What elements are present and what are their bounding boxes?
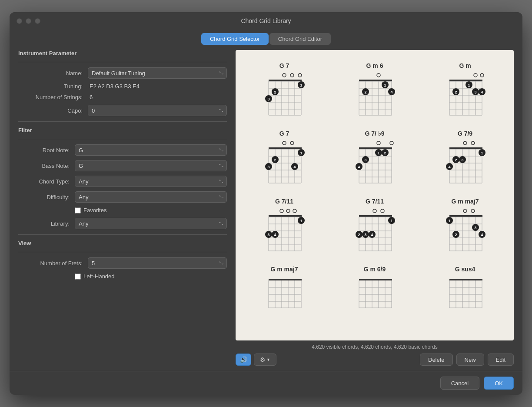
svg-rect-44 [449, 80, 482, 81]
svg-point-134 [280, 209, 283, 213]
tuning-value: E2 A2 D3 G3 B3 E4 [88, 83, 227, 90]
tuning-label: Tuning: [18, 83, 88, 90]
svg-text:2: 2 [455, 233, 457, 237]
svg-point-65 [283, 141, 286, 145]
svg-text:4: 4 [390, 90, 392, 94]
instrument-section-title: Instrument Parameter [18, 50, 227, 57]
root-note-select[interactable]: G [75, 144, 227, 156]
lefthanded-row: Left-Handed [75, 273, 227, 280]
play-button[interactable]: 🔊 [236, 354, 251, 366]
tab-chord-grid-selector[interactable]: Chord Grid Selector [201, 33, 269, 45]
delete-button[interactable]: Delete [420, 354, 453, 366]
chord-name: G 7/9 [458, 130, 472, 137]
svg-text:1: 1 [300, 151, 302, 155]
difficulty-select[interactable]: Any [75, 191, 227, 203]
chord-diagram-gm: 1 2 3 4 [441, 72, 489, 120]
capo-select-wrapper: 0 [88, 105, 227, 116]
left-panel: Instrument Parameter Name: Default Guita… [18, 50, 236, 371]
filter-section-title: Filter [18, 127, 227, 133]
chord-name: G m [459, 62, 471, 69]
svg-rect-23 [359, 80, 392, 81]
svg-text:1: 1 [300, 83, 302, 87]
ok-button[interactable]: OK [484, 377, 514, 390]
favorites-checkbox[interactable] [75, 207, 81, 214]
chord-card-g7b9[interactable]: G 7/ ♭9 [329, 125, 420, 193]
chord-card-gsus4[interactable]: G sus4 [420, 260, 510, 315]
tab-chord-grid-editor[interactable]: Chord Grid Editor [269, 33, 331, 45]
svg-point-0 [283, 73, 286, 77]
bottom-controls: 🔊 ⚙ ▼ Delete New Edit [236, 354, 514, 366]
footer: Cancel OK [10, 371, 522, 395]
chord-card-g711-2[interactable]: G 7/11 [329, 193, 420, 260]
chord-card-gm6[interactable]: G m 6 [329, 57, 420, 125]
svg-rect-181 [449, 215, 482, 217]
chord-name: G 7 [279, 62, 289, 69]
chord-type-select[interactable]: Any [75, 176, 227, 187]
svg-text:4: 4 [481, 233, 483, 237]
svg-point-156 [373, 209, 376, 213]
settings-button[interactable]: ⚙ ▼ [254, 354, 276, 366]
svg-point-111 [463, 141, 467, 145]
name-select[interactable]: Default Guitar Tuning [88, 67, 227, 79]
difficulty-label: Difficulty: [18, 194, 75, 200]
chord-name: G m 6/9 [364, 266, 386, 273]
svg-text:1: 1 [448, 219, 450, 223]
chord-card-g79[interactable]: G 7/9 [420, 125, 510, 193]
view-section-title: View [18, 240, 227, 247]
chord-name: G 7/11 [366, 198, 384, 205]
chord-card-gm[interactable]: G m [420, 57, 510, 125]
maximize-button[interactable] [35, 18, 40, 24]
svg-text:4: 4 [371, 233, 373, 237]
difficulty-select-wrapper: Any [75, 191, 227, 203]
close-button[interactable] [17, 18, 22, 24]
minimize-button[interactable] [26, 18, 31, 24]
library-select[interactable]: Any [75, 218, 227, 229]
chord-diagram-g7-2: 1 2 3 4 [260, 140, 308, 187]
chord-card-g711-1[interactable]: G 7/11 [239, 193, 329, 260]
frets-select-wrapper: 5 [88, 257, 227, 269]
edit-button[interactable]: Edit [488, 354, 514, 366]
svg-point-112 [471, 141, 475, 145]
cancel-button[interactable]: Cancel [440, 377, 479, 390]
frets-select[interactable]: 5 [88, 257, 227, 269]
library-select-wrapper: Any [75, 218, 227, 229]
capo-row: Capo: 0 [18, 105, 227, 116]
new-button[interactable]: New [456, 354, 484, 366]
svg-rect-90 [359, 147, 392, 149]
chord-grid-area[interactable]: G 7 [236, 50, 514, 340]
svg-text:1: 1 [481, 151, 483, 155]
svg-point-66 [290, 141, 294, 145]
name-select-wrapper: Default Guitar Tuning [88, 67, 227, 79]
chord-diagram-g79: 1 2 3 4 [441, 140, 489, 187]
bass-note-select-wrapper: G [75, 160, 227, 171]
svg-text:3: 3 [364, 233, 366, 237]
chord-diagram-gm69 [351, 275, 399, 310]
root-note-label: Root Note: [18, 147, 75, 153]
capo-select[interactable]: 0 [88, 105, 227, 116]
svg-point-1 [290, 73, 294, 77]
chord-card-g7-2[interactable]: G 7 [239, 125, 329, 193]
svg-rect-113 [449, 147, 482, 149]
library-label: Library: [18, 220, 75, 227]
chord-card-gmmaj7-2[interactable]: G m maj7 [239, 260, 329, 315]
chord-card-gmmaj7[interactable]: G m maj7 [420, 193, 510, 260]
capo-label: Capo: [18, 107, 88, 114]
lefthanded-checkbox[interactable] [75, 274, 81, 280]
svg-text:4: 4 [358, 165, 360, 169]
difficulty-row: Difficulty: Any [18, 191, 227, 203]
svg-rect-137 [269, 215, 302, 217]
bottom-area: 4.620 visible chords, 4.620 chords, 4.62… [236, 340, 514, 371]
bass-note-select[interactable]: G [75, 160, 227, 171]
chord-card-gm69[interactable]: G m 6/9 [329, 260, 420, 315]
main-window: Chord Grid Library Chord Grid Selector C… [10, 12, 522, 395]
svg-text:3: 3 [267, 233, 269, 237]
svg-text:3: 3 [461, 158, 463, 162]
right-panel: G 7 [236, 50, 514, 371]
svg-point-43 [480, 73, 484, 77]
chord-name: G 7 [279, 130, 289, 137]
bass-note-row: Bass Note: G [18, 160, 227, 171]
svg-point-136 [293, 209, 296, 213]
svg-text:1: 1 [384, 83, 386, 87]
chord-card-g7-1[interactable]: G 7 [239, 57, 329, 125]
svg-point-2 [298, 73, 302, 77]
